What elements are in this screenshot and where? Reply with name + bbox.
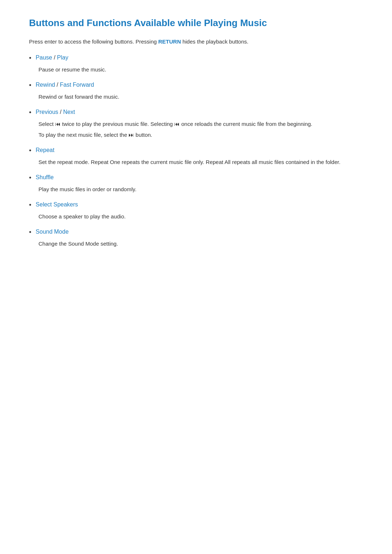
- list-item-repeat: • Repeat Set the repeat mode. Repeat One…: [29, 146, 363, 167]
- list-item-select-speakers: • Select Speakers Choose a speaker to pl…: [29, 200, 363, 221]
- select-speakers-link[interactable]: Select Speakers: [36, 201, 78, 208]
- page-title: Buttons and Functions Available while Pl…: [29, 17, 363, 29]
- item-label-pause-play: Pause / Play: [36, 53, 68, 62]
- pause-link[interactable]: Pause: [36, 54, 52, 61]
- bullet-icon: •: [29, 200, 31, 210]
- previous-link[interactable]: Previous: [36, 109, 58, 115]
- pause-play-desc-text: Pause or resume the music.: [38, 65, 363, 74]
- bullet-icon: •: [29, 173, 31, 183]
- item-label-repeat: Repeat: [36, 146, 54, 155]
- intro-paragraph: Press enter to access the following butt…: [29, 37, 363, 46]
- item-label-rewind-ff: Rewind / Fast Forward: [36, 81, 94, 89]
- rewind-ff-desc-text: Rewind or fast forward the music.: [38, 93, 363, 101]
- list-item-shuffle: • Shuffle Play the music files in order …: [29, 173, 363, 194]
- rewind-link[interactable]: Rewind: [36, 82, 55, 88]
- list-item-pause-play: • Pause / Play Pause or resume the music…: [29, 53, 363, 74]
- separator: /: [58, 109, 63, 115]
- play-link[interactable]: Play: [57, 54, 68, 61]
- intro-text-after: hides the playback buttons.: [181, 38, 249, 45]
- list-item-sound-mode: • Sound Mode Change the Sound Mode setti…: [29, 227, 363, 248]
- item-label-shuffle: Shuffle: [36, 173, 54, 182]
- repeat-all-link[interactable]: Repeat All: [206, 159, 230, 165]
- list-item-rewind-ff: • Rewind / Fast Forward Rewind or fast f…: [29, 81, 363, 101]
- item-label-select-speakers: Select Speakers: [36, 200, 78, 209]
- bullet-icon: •: [29, 108, 31, 118]
- item-label-previous-next: Previous / Next: [36, 108, 75, 116]
- intro-text-before: Press enter to access the following butt…: [29, 38, 158, 45]
- repeat-desc-text: Set the repeat mode. Repeat One repeats …: [38, 158, 363, 167]
- shuffle-link[interactable]: Shuffle: [36, 174, 54, 180]
- shuffle-desc-text: Play the music files in order or randoml…: [38, 185, 363, 194]
- separator: /: [55, 82, 60, 88]
- separator: /: [52, 54, 57, 61]
- list-item-previous-next: • Previous / Next Select ⏮ twice to play…: [29, 108, 363, 139]
- fast-forward-link[interactable]: Fast Forward: [60, 82, 94, 88]
- next-link[interactable]: Next: [63, 109, 75, 115]
- sound-mode-desc-text: Change the Sound Mode setting.: [38, 239, 363, 248]
- previous-next-desc: Select ⏮ twice to play the previous musi…: [38, 120, 363, 139]
- pause-play-desc: Pause or resume the music.: [38, 65, 363, 74]
- shuffle-desc: Play the music files in order or randoml…: [38, 185, 363, 194]
- bullet-icon: •: [29, 227, 31, 237]
- previous-next-desc-text1: Select ⏮ twice to play the previous musi…: [38, 120, 363, 128]
- sound-mode-desc: Change the Sound Mode setting.: [38, 239, 363, 248]
- functions-list: • Pause / Play Pause or resume the music…: [29, 53, 363, 248]
- bullet-icon: •: [29, 81, 31, 90]
- item-label-sound-mode: Sound Mode: [36, 227, 69, 236]
- select-speakers-desc: Choose a speaker to play the audio.: [38, 212, 363, 221]
- sound-mode-link[interactable]: Sound Mode: [36, 229, 69, 235]
- select-speakers-desc-text: Choose a speaker to play the audio.: [38, 212, 363, 221]
- return-keyword: RETURN: [158, 38, 181, 45]
- bullet-icon: •: [29, 146, 31, 156]
- repeat-one-link[interactable]: Repeat One: [91, 159, 120, 165]
- repeat-link[interactable]: Repeat: [36, 147, 54, 153]
- rewind-ff-desc: Rewind or fast forward the music.: [38, 93, 363, 101]
- previous-next-desc-text2: To play the next music file, select the …: [38, 131, 363, 139]
- repeat-desc: Set the repeat mode. Repeat One repeats …: [38, 158, 363, 167]
- bullet-icon: •: [29, 53, 31, 63]
